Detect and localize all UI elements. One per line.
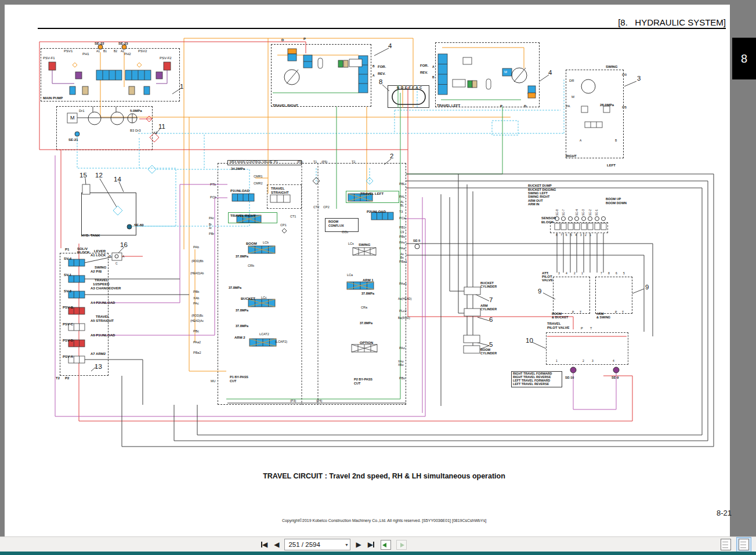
diagram-label: ARM IN <box>528 203 540 206</box>
diagram-label: SE-21 <box>68 138 78 142</box>
diagram-label: 8 7 6 5 4 3 2 1 <box>556 234 591 237</box>
diagram-label: BOOM <box>552 313 562 316</box>
previous-view-button[interactable] <box>381 540 391 550</box>
first-page-button[interactable]: ◀ <box>260 539 269 550</box>
diagram-label: T <box>590 327 592 331</box>
diagram-label: 1 <box>556 360 558 362</box>
diagram-label: SE-60 <box>134 223 144 227</box>
diagram-label: A4 P2UNLOAD <box>91 301 115 304</box>
diagram-label: ARM OUT <box>528 199 543 203</box>
diagram-label: PCb <box>210 196 216 199</box>
main-control-valve-box <box>218 163 406 405</box>
diagram-label: 8 <box>608 272 610 275</box>
callout-number: 6 <box>489 316 493 323</box>
diagram-label: TRAVEL RIGHT <box>230 214 256 217</box>
diagram-label: P1 <box>65 248 69 251</box>
diagram-label: RIGHT TRAVEL FORWARD <box>513 372 552 376</box>
diagram-label: TRAVEL <box>271 187 285 190</box>
diagram-label: & SWING <box>596 316 610 320</box>
diagram-label: A <box>580 139 581 142</box>
diagram-label: A <box>122 255 124 258</box>
diagram-label: SV-1 <box>64 273 71 277</box>
diagram-label: PAb <box>193 246 199 249</box>
diagram-label: B <box>615 139 617 142</box>
diagram-label: LCs <box>348 242 354 246</box>
diagram-label: CUT <box>354 382 360 386</box>
diagram-label: CCb <box>342 231 348 234</box>
diagram-label: ATT. <box>542 271 549 275</box>
diagram-label: SE-8 <box>556 209 559 216</box>
diagram-label: B1 <box>103 50 107 53</box>
diagram-label: BOOM DOWN <box>606 202 627 205</box>
diagram-label: SE-9 <box>612 376 618 380</box>
diagram-label: 3 <box>592 360 594 362</box>
travel-left-box <box>435 42 540 107</box>
diagram-label: BDEFFAC <box>397 86 424 89</box>
diagram-label: LCa <box>347 274 353 277</box>
continuous-view-button[interactable] <box>736 537 751 552</box>
diagram-label: A3 <box>153 131 157 135</box>
callout-number: 16 <box>120 241 128 248</box>
diagram-label: A7 ARM2 <box>91 352 106 356</box>
diagram-label: TRAVEL LEFT <box>437 104 460 107</box>
diagram-label: AL <box>400 201 404 204</box>
diagram-label: CT1 <box>290 215 296 219</box>
diagram-label: PTb <box>210 183 216 187</box>
diagram-label: B2 <box>114 50 117 53</box>
diagram-label: PSV-F2 <box>160 56 172 60</box>
diagram-label: P2UNLOAD <box>367 210 386 213</box>
diagram-label: 37.8MPa <box>360 322 372 325</box>
diagram-label: RIGHT <box>566 154 577 158</box>
header-rule <box>38 28 726 29</box>
diagram-label: C <box>115 262 118 265</box>
diagram-label: PR <box>622 73 627 77</box>
diagram-label: FOR. <box>420 64 428 67</box>
diagram-label: PB1 <box>399 226 405 230</box>
diagram-label: PSV-A <box>63 355 73 358</box>
last-page-button[interactable]: ▶ <box>367 539 375 550</box>
diagram-label: SE-4 <box>576 209 578 216</box>
diagram-label: T <box>622 311 624 314</box>
diagram-label: BLOCK <box>77 251 89 254</box>
diagram-label: PAs <box>399 241 405 245</box>
viewer-toolbar: ◀ ◀ ▼ ▶ ▶ <box>0 536 756 552</box>
next-page-button[interactable]: ▶ <box>355 539 362 550</box>
diagram-label: CYLINDER <box>480 352 497 356</box>
diagram-label: M5X MAIN CONTROL VALVE P1 <box>230 161 278 164</box>
diagram-label: 2 <box>583 360 584 362</box>
diagram-label: PBs <box>399 235 405 239</box>
diagram-label: LEFT <box>607 164 616 167</box>
boom-conflux-box <box>325 218 359 232</box>
status-strip <box>0 552 756 555</box>
callout-number: 3 <box>637 75 641 82</box>
diagram-label: LEVER <box>94 249 106 253</box>
page-number-input[interactable] <box>285 539 343 550</box>
single-page-view-button[interactable] <box>719 538 733 552</box>
sensor-block-box <box>550 222 608 233</box>
previous-page-button[interactable]: ◀ <box>273 539 280 550</box>
diagram-label: 37.8MPa <box>236 255 248 259</box>
diagram-label: SE-23 <box>118 42 128 45</box>
diagram-label: 4 <box>566 272 567 275</box>
diagram-label: ARM 2 <box>234 336 245 339</box>
diagram-label: PSV2 <box>138 49 147 53</box>
page-number: 8-21 <box>697 509 732 517</box>
travel-pilot-valve-box <box>546 332 628 365</box>
diagram-label: REV. <box>378 72 385 75</box>
diagram-label: PSV-F1 <box>43 56 55 60</box>
next-view-button[interactable] <box>396 540 407 550</box>
diagram-label: 37.8MPa <box>236 309 248 313</box>
diagram-label: 3 <box>558 272 560 275</box>
diagram-label: BUCKET DUMP <box>528 184 552 188</box>
callout-number: 13 <box>95 363 102 370</box>
att-pilot-valve-left-box <box>553 277 590 314</box>
travel-left-spool-box <box>346 191 399 203</box>
diagram-label: P <box>572 311 574 314</box>
diagram-label: 7 <box>601 272 602 275</box>
diagram-label: PAa1 <box>399 282 407 286</box>
callout-number: 7 <box>489 296 493 303</box>
solenoid-valve-block-box <box>60 253 108 376</box>
continuous-view-icon <box>739 539 749 550</box>
diagram-label: ARM <box>596 313 604 316</box>
page-dropdown-caret-icon[interactable]: ▼ <box>343 543 350 547</box>
